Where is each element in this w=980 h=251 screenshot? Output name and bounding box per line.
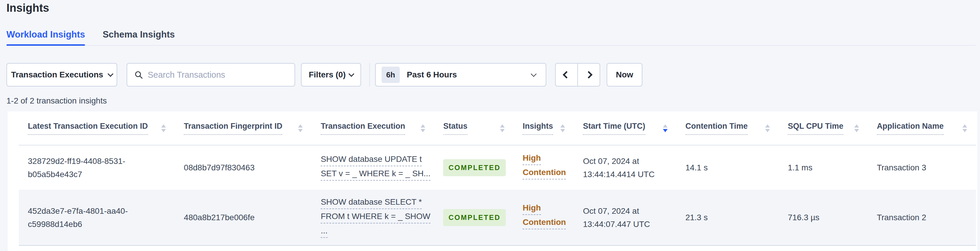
time-range-badge: 6h <box>382 67 400 83</box>
sort-caret-icon[interactable] <box>765 124 770 132</box>
cell-status: COMPLETED <box>434 190 514 245</box>
sort-caret-icon[interactable] <box>560 124 565 132</box>
execution-type-label: Transaction Executions <box>11 70 103 80</box>
search-icon <box>134 70 143 79</box>
cell-sql-cpu-time: 716.3 µs <box>779 190 868 245</box>
cell-contention-time: 21.3 s <box>676 190 779 245</box>
cell-execution-id: 328729d2-ff19-4408-8531- b05a5b4e43c7 <box>19 145 175 190</box>
page-title: Insights <box>6 2 49 14</box>
chevron-right-icon <box>585 71 592 78</box>
status-badge: COMPLETED <box>443 159 506 176</box>
cell-transaction-execution-link[interactable]: SHOW database UPDATE t SET v = _ WHERE k… <box>312 145 434 190</box>
table-row: 328729d2-ff19-4408-8531- b05a5b4e43c7 08… <box>19 145 976 190</box>
search-input[interactable] <box>148 70 289 80</box>
sort-caret-icon-active-desc[interactable] <box>663 124 668 132</box>
status-badge: COMPLETED <box>443 209 506 226</box>
search-box <box>127 63 295 86</box>
column-header-transaction-execution[interactable]: Transaction Execution <box>312 112 434 145</box>
cell-application-name: Transaction 2 <box>868 190 976 245</box>
column-label: Insights <box>523 122 553 135</box>
time-range-label: Past 6 Hours <box>407 70 457 80</box>
cell-start-time: Oct 07, 2024 at 13:44:07.447 UTC <box>574 190 676 245</box>
column-header-application-name[interactable]: Application Name <box>868 112 976 145</box>
results-count: 1-2 of 2 transaction insights <box>6 96 107 106</box>
tab-schema-insights[interactable]: Schema Insights <box>103 29 175 45</box>
now-button[interactable]: Now <box>607 63 643 86</box>
sort-caret-icon[interactable] <box>500 124 505 132</box>
chevron-down-icon <box>531 71 536 77</box>
time-next-button[interactable] <box>578 63 600 86</box>
column-header-contention-time[interactable]: Contention Time <box>676 112 779 145</box>
chevron-down-icon <box>108 71 113 77</box>
cell-insight-high-contention[interactable]: High Contention <box>514 145 574 190</box>
cell-application-name: Transaction 3 <box>868 145 976 190</box>
insights-table: Latest Transaction Execution ID Transact… <box>19 112 976 246</box>
cell-fingerprint-id: 480a8b217be006fe <box>175 190 312 245</box>
cell-start-time: Oct 07, 2024 at 13:44:14.4414 UTC <box>574 145 676 190</box>
tab-workload-insights[interactable]: Workload Insights <box>6 29 85 45</box>
cell-insight-high-contention[interactable]: High Contention <box>514 190 574 245</box>
column-label: SQL CPU Time <box>788 122 843 135</box>
column-header-transaction-fingerprint-id[interactable]: Transaction Fingerprint ID <box>175 112 312 145</box>
cell-status: COMPLETED <box>434 145 514 190</box>
chevron-down-icon <box>348 71 354 77</box>
insights-page: Insights Workload Insights Schema Insigh… <box>0 0 980 251</box>
cell-execution-id: 452da3e7-e7fa-4801-aa40- c59988d14eb6 <box>19 190 175 245</box>
column-label: Start Time (UTC) <box>583 122 645 135</box>
column-label: Transaction Fingerprint ID <box>184 122 282 135</box>
filters-button[interactable]: Filters (0) <box>301 63 361 86</box>
time-range-picker[interactable]: 6h Past 6 Hours <box>375 63 546 86</box>
column-header-insights[interactable]: Insights <box>514 112 574 145</box>
toolbar-divider <box>369 63 370 86</box>
column-label: Latest Transaction Execution ID <box>28 122 148 135</box>
header-row: Latest Transaction Execution ID Transact… <box>19 112 976 145</box>
tab-bar: Workload Insights Schema Insights <box>6 29 976 46</box>
time-nav <box>555 63 600 86</box>
execution-type-select[interactable]: Transaction Executions <box>6 63 117 86</box>
sort-caret-icon[interactable] <box>963 124 967 132</box>
sort-caret-icon[interactable] <box>298 124 303 132</box>
cell-fingerprint-id: 08d8b7d97f830463 <box>175 145 312 190</box>
filters-label: Filters (0) <box>309 70 345 80</box>
column-label: Application Name <box>877 122 943 135</box>
table-row: 452da3e7-e7fa-4801-aa40- c59988d14eb6 48… <box>19 190 976 245</box>
column-header-start-time[interactable]: Start Time (UTC) <box>574 112 676 145</box>
column-label: Contention Time <box>686 122 748 135</box>
toolbar: Transaction Executions Filters (0) 6h Pa… <box>6 63 643 86</box>
table-card: Latest Transaction Execution ID Transact… <box>8 112 977 251</box>
sort-caret-icon[interactable] <box>161 124 166 132</box>
column-header-sql-cpu-time[interactable]: SQL CPU Time <box>779 112 868 145</box>
column-header-latest-transaction-execution-id[interactable]: Latest Transaction Execution ID <box>19 112 175 145</box>
cell-contention-time: 14.1 s <box>676 145 779 190</box>
column-header-status[interactable]: Status <box>434 112 514 145</box>
column-label: Status <box>443 122 468 135</box>
cell-transaction-execution-link[interactable]: SHOW database SELECT * FROM t WHERE k = … <box>312 190 434 245</box>
cell-sql-cpu-time: 1.1 ms <box>779 145 868 190</box>
time-prev-button[interactable] <box>555 63 578 86</box>
chevron-left-icon <box>563 71 570 78</box>
sort-caret-icon[interactable] <box>854 124 859 132</box>
column-label: Transaction Execution <box>321 122 405 135</box>
sort-caret-icon[interactable] <box>420 124 425 132</box>
